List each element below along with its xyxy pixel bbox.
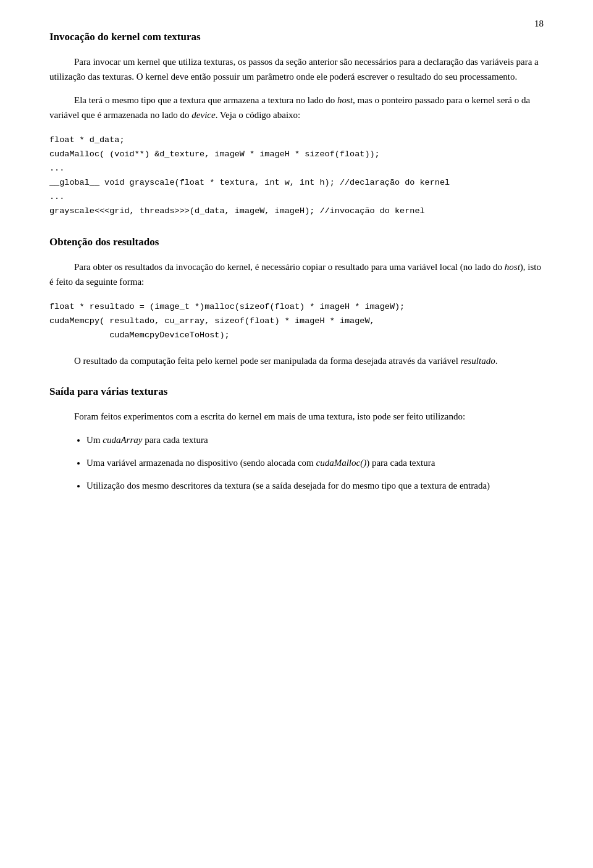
italic-device-1: device [191,110,215,120]
paragraph-saida-1: Foram feitos experimentos com a escrita … [49,409,544,424]
code-block-invocacao: float * d_data; cudaMalloc( (void**) &d_… [49,133,544,219]
paragraph-invocacao-2: Ela terá o mesmo tipo que a textura que … [49,93,544,122]
italic-resultado: resultado [461,356,495,366]
code-block-obtencao: float * resultado = (image_t *)malloc(si… [49,300,544,343]
list-item-descritores: Utilização dos mesmo descritores da text… [86,478,544,494]
italic-host-2: host [505,262,520,272]
list-item-variavel: Uma variável armazenada no dispositivo (… [86,455,544,471]
page-number: 18 [534,19,544,29]
paragraph-invocacao-1: Para invocar um kernel que utiliza textu… [49,54,544,84]
bullet-list-saida: Um cudaArray para cada textura Uma variá… [86,432,544,493]
section-title-obtencao: Obtenção dos resultados [49,236,544,248]
paragraph-obtencao-2: O resultado da computação feita pelo ker… [49,353,544,368]
section-title-saida: Saída para várias texturas [49,386,544,398]
section-title-invocacao: Invocação do kernel com texturas [49,31,544,43]
list-item-cuda-array: Um cudaArray para cada textura [86,432,544,448]
italic-host-1: host [337,95,353,105]
paragraph-obtencao-1: Para obter os resultados da invocação do… [49,259,544,289]
italic-cudamalloc: cudaMalloc() [316,458,367,468]
italic-cudaarray: cudaArray [103,435,142,445]
